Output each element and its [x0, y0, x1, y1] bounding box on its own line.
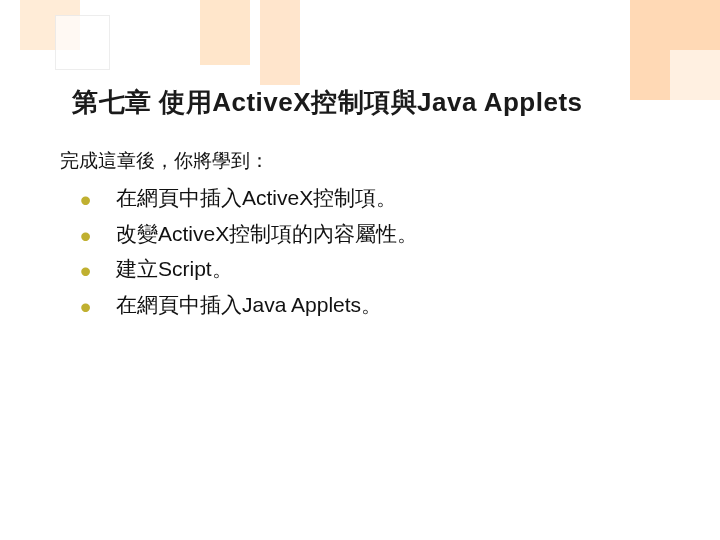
bullet-list: 在網頁中插入ActiveX控制項。 改變ActiveX控制項的內容屬性。 建立S… [72, 182, 660, 321]
list-item: 在網頁中插入ActiveX控制項。 [72, 182, 660, 215]
list-item: 建立Script。 [72, 253, 660, 286]
list-item: 在網頁中插入Java Applets。 [72, 289, 660, 322]
list-item: 改變ActiveX控制項的內容屬性。 [72, 218, 660, 251]
slide-title: 第七章 使用ActiveX控制項與Java Applets [72, 85, 660, 120]
intro-text: 完成這章後，你將學到： [60, 148, 660, 174]
slide-content: 第七章 使用ActiveX控制項與Java Applets 完成這章後，你將學到… [0, 0, 720, 321]
